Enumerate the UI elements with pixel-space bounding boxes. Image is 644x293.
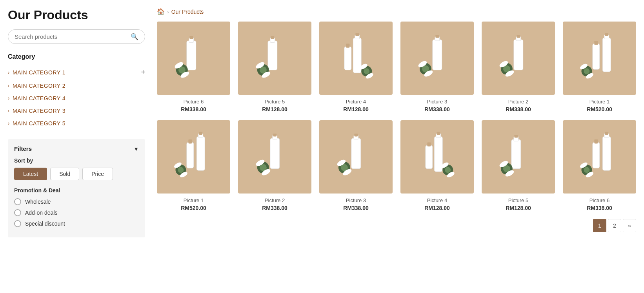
product-card-p1b[interactable]: Picture 1 RM520.00 <box>157 120 230 211</box>
product-image-p3b <box>319 120 393 194</box>
svg-rect-2 <box>189 36 193 39</box>
product-card-p3b[interactable]: Picture 3 RM338.00 <box>319 120 393 211</box>
breadcrumb-current: Our Products <box>171 9 204 15</box>
search-input[interactable] <box>15 33 131 40</box>
radio-wholesale[interactable] <box>14 198 21 205</box>
promo-special[interactable]: Special discount <box>14 220 139 227</box>
product-card-p6b[interactable]: Picture 6 RM338.00 <box>563 120 636 211</box>
svg-rect-46 <box>196 136 205 170</box>
page-1-button[interactable]: 1 <box>593 219 606 232</box>
product-name-p5: Picture 5 <box>238 99 311 105</box>
sidebar-item-cat5[interactable]: › MAIN CATEGORY 5 <box>8 117 145 130</box>
breadcrumb-separator: › <box>167 9 169 15</box>
product-price-p4: RM128.00 <box>319 106 393 112</box>
home-icon[interactable]: 🏠 <box>157 8 165 15</box>
product-image-p2 <box>482 22 555 95</box>
svg-rect-88 <box>593 142 600 168</box>
category-title: Category <box>8 53 145 60</box>
product-image-p1b <box>157 120 230 194</box>
products-grid-row1: Picture 6 RM338.00 Picture 5 RM <box>157 22 636 112</box>
product-image-p1 <box>563 22 636 95</box>
category-label: MAIN CATEGORY 3 <box>13 108 65 114</box>
svg-point-52 <box>178 167 184 173</box>
radio-special[interactable] <box>14 220 21 227</box>
filter-icon[interactable]: ▼ <box>133 146 139 152</box>
product-image-p4 <box>319 22 393 95</box>
product-price-p2b: RM338.00 <box>238 205 311 211</box>
product-price-p2: RM338.00 <box>482 106 555 112</box>
svg-point-75 <box>445 167 451 173</box>
product-image-p2b <box>238 120 311 194</box>
svg-rect-89 <box>594 139 598 143</box>
product-image-p6 <box>157 22 230 95</box>
product-image-p5b <box>482 120 555 194</box>
product-price-p3b: RM338.00 <box>319 205 393 211</box>
chevron-icon: › <box>8 108 9 114</box>
product-price-p4b: RM128.00 <box>400 205 474 211</box>
svg-rect-48 <box>199 132 202 134</box>
svg-rect-17 <box>344 47 351 70</box>
filters-title: Filters <box>14 145 32 152</box>
sort-price-button[interactable]: Price <box>82 168 113 180</box>
product-price-p5b: RM128.00 <box>482 205 555 211</box>
svg-rect-30 <box>514 40 523 70</box>
svg-rect-62 <box>351 138 361 169</box>
product-card-p2[interactable]: Picture 2 RM338.00 <box>482 22 555 112</box>
product-card-p1[interactable]: Picture 1 RM520.00 <box>563 22 636 112</box>
svg-point-20 <box>364 68 369 74</box>
sidebar-item-cat1[interactable]: › MAIN CATEGORY 1 + <box>8 65 145 80</box>
svg-rect-78 <box>511 139 521 169</box>
chevron-icon: › <box>8 70 9 75</box>
sidebar-item-cat3[interactable]: › MAIN CATEGORY 3 <box>8 105 145 117</box>
page-title: Our Products <box>8 8 145 22</box>
plus-icon[interactable]: + <box>141 68 145 76</box>
page-2-button[interactable]: 2 <box>608 219 621 232</box>
pagination: 1 2 » <box>157 219 636 232</box>
promo-wholesale-label: Wholesale <box>25 199 51 205</box>
svg-rect-55 <box>270 138 280 169</box>
sort-sold-button[interactable]: Sold <box>50 168 79 180</box>
svg-rect-39 <box>605 33 608 36</box>
filters-header: Filters ▼ <box>14 145 139 152</box>
sidebar: Our Products 🔍 Category › MAIN CATEGORY … <box>8 8 157 237</box>
product-image-p6b <box>563 120 636 194</box>
search-icon[interactable]: 🔍 <box>131 33 138 40</box>
product-name-p5b: Picture 5 <box>482 197 555 203</box>
svg-rect-7 <box>268 41 277 70</box>
category-label: MAIN CATEGORY 5 <box>13 120 65 127</box>
svg-rect-57 <box>273 134 277 136</box>
product-card-p5b[interactable]: Picture 5 RM128.00 <box>482 120 555 211</box>
svg-rect-72 <box>426 145 433 169</box>
promo-wholesale[interactable]: Wholesale <box>14 198 139 205</box>
product-card-p5[interactable]: Picture 5 RM128.00 <box>238 22 311 112</box>
category-label: MAIN CATEGORY 2 <box>13 83 65 89</box>
svg-rect-23 <box>433 40 442 70</box>
product-price-p3: RM338.00 <box>400 106 474 112</box>
category-label: MAIN CATEGORY 1 <box>13 69 65 76</box>
promo-addon-label: Add-on deals <box>25 210 58 216</box>
product-card-p6[interactable]: Picture 6 RM338.00 <box>157 22 230 112</box>
product-card-p4b[interactable]: Picture 4 RM128.00 <box>400 120 474 211</box>
svg-rect-87 <box>605 132 608 134</box>
page-next-button[interactable]: » <box>623 219 636 232</box>
product-name-p3: Picture 3 <box>400 99 474 105</box>
search-box[interactable]: 🔍 <box>8 29 145 44</box>
chevron-icon: › <box>8 121 9 126</box>
product-price-p5: RM128.00 <box>238 106 311 112</box>
product-name-p2: Picture 2 <box>482 99 555 105</box>
svg-rect-71 <box>437 132 440 134</box>
radio-addon[interactable] <box>14 209 21 216</box>
product-name-p2b: Picture 2 <box>238 197 311 203</box>
sidebar-item-cat4[interactable]: › MAIN CATEGORY 4 <box>8 92 145 105</box>
product-image-p4b <box>400 120 474 194</box>
product-card-p4[interactable]: Picture 4 RM128.00 <box>319 22 393 112</box>
sort-latest-button[interactable]: Latest <box>14 168 47 180</box>
product-name-p1: Picture 1 <box>563 99 636 105</box>
product-card-p3[interactable]: Picture 3 RM338.00 <box>400 22 474 112</box>
category-section: Category › MAIN CATEGORY 1 + › MAIN CATE… <box>8 53 145 130</box>
sidebar-item-cat2[interactable]: › MAIN CATEGORY 2 <box>8 80 145 92</box>
product-name-p1b: Picture 1 <box>157 197 230 203</box>
product-name-p6b: Picture 6 <box>563 197 636 203</box>
product-card-p2b[interactable]: Picture 2 RM338.00 <box>238 120 311 211</box>
promo-addon[interactable]: Add-on deals <box>14 209 139 216</box>
